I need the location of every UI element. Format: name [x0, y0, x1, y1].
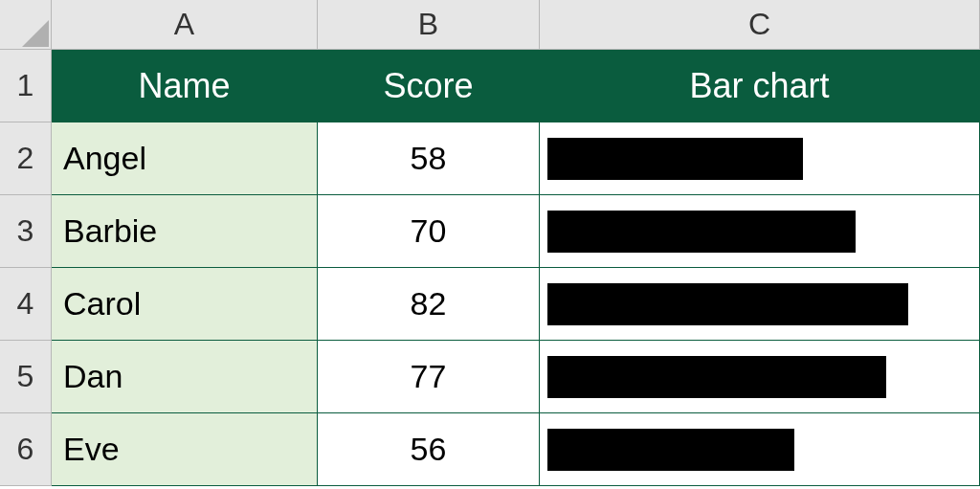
cell-A1[interactable]: Name — [52, 50, 318, 122]
cell-C1[interactable]: Bar chart — [540, 50, 980, 122]
column-header-B[interactable]: B — [318, 0, 540, 50]
bar-1 — [547, 211, 856, 253]
bar-2 — [547, 283, 908, 325]
row-header-3[interactable]: 3 — [0, 195, 52, 268]
row-header-5[interactable]: 5 — [0, 341, 52, 413]
spreadsheet-grid: A B C 1 Name Score Bar chart 2 Angel 58 … — [0, 0, 980, 486]
cell-A5[interactable]: Dan — [52, 341, 318, 413]
row-header-2[interactable]: 2 — [0, 122, 52, 195]
cell-C6[interactable] — [540, 413, 980, 486]
cell-A4[interactable]: Carol — [52, 268, 318, 341]
cell-B1[interactable]: Score — [318, 50, 540, 122]
cell-B4[interactable]: 82 — [318, 268, 540, 341]
select-all-corner[interactable] — [0, 0, 52, 50]
cell-C2[interactable] — [540, 122, 980, 195]
column-header-A[interactable]: A — [52, 0, 318, 50]
column-header-C[interactable]: C — [540, 0, 980, 50]
bar-4 — [547, 429, 794, 471]
bar-0 — [547, 138, 803, 180]
row-header-6[interactable]: 6 — [0, 413, 52, 486]
cell-B6[interactable]: 56 — [318, 413, 540, 486]
cell-B2[interactable]: 58 — [318, 122, 540, 195]
cell-C3[interactable] — [540, 195, 980, 268]
row-header-1[interactable]: 1 — [0, 50, 52, 122]
cell-C5[interactable] — [540, 341, 980, 413]
row-header-4[interactable]: 4 — [0, 268, 52, 341]
cell-B3[interactable]: 70 — [318, 195, 540, 268]
cell-A3[interactable]: Barbie — [52, 195, 318, 268]
cell-A6[interactable]: Eve — [52, 413, 318, 486]
bar-3 — [547, 356, 886, 398]
cell-C4[interactable] — [540, 268, 980, 341]
cell-A2[interactable]: Angel — [52, 122, 318, 195]
cell-B5[interactable]: 77 — [318, 341, 540, 413]
select-all-icon — [22, 20, 49, 47]
